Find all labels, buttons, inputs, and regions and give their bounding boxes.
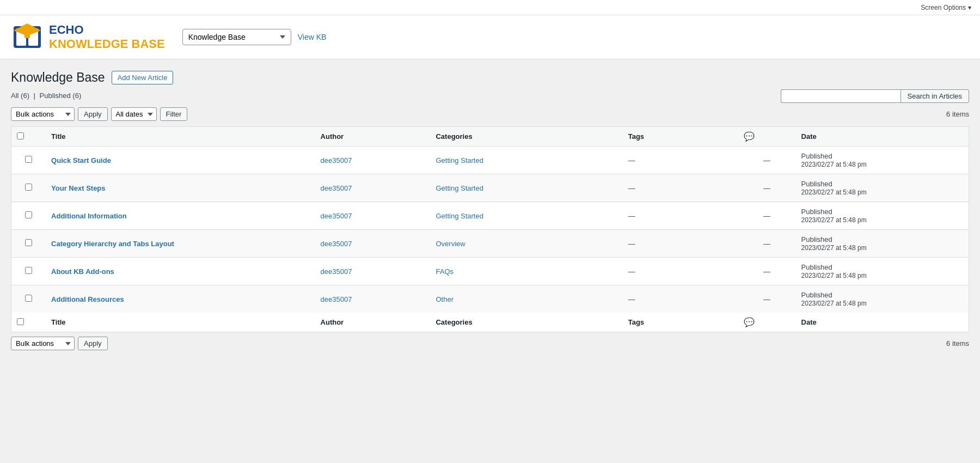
page-title: Knowledge Base — [11, 70, 105, 85]
row-checkbox-0[interactable] — [25, 156, 32, 163]
row-checkbox-2[interactable] — [25, 211, 32, 218]
article-title-link[interactable]: Category Hierarchy and Tabs Layout — [51, 240, 174, 248]
tf-title: Title — [46, 313, 315, 332]
comments-value: — — [763, 156, 770, 165]
article-title-link[interactable]: Your Next Steps — [51, 184, 105, 192]
row-comments-cell: — — [738, 174, 796, 202]
row-categories-cell: Getting Started — [430, 174, 622, 202]
th-date: Date — [796, 127, 969, 147]
row-title-cell: Additional Resources — [46, 285, 315, 313]
all-filter-link[interactable]: All (6) — [11, 92, 29, 100]
table-controls-bottom: Bulk actions Edit Move to Trash Apply 6 … — [11, 337, 969, 350]
category-link[interactable]: Getting Started — [436, 156, 483, 165]
table-footer-row: Title Author Categories Tags 💬 Date — [11, 313, 969, 332]
date-status: Published — [801, 152, 832, 160]
row-checkbox-3[interactable] — [25, 239, 32, 246]
author-link[interactable]: dee35007 — [321, 267, 352, 276]
bulk-actions-select-bottom[interactable]: Bulk actions Edit Move to Trash — [11, 337, 75, 350]
row-date-cell: Published 2023/02/27 at 5:48 pm — [796, 174, 969, 202]
screen-options-button[interactable]: Screen Options ▾ — [921, 4, 971, 11]
th-author: Author — [315, 127, 431, 147]
select-all-checkbox-footer[interactable] — [17, 318, 24, 325]
articles-table: Title Author Categories Tags 💬 Date Quic… — [11, 126, 969, 332]
category-link[interactable]: Other — [436, 295, 454, 303]
row-checkbox-cell — [11, 230, 46, 258]
row-checkbox-cell — [11, 174, 46, 202]
logo-icon — [11, 21, 44, 53]
row-categories-cell: Getting Started — [430, 147, 622, 174]
screen-options-label: Screen Options — [921, 4, 966, 11]
category-link[interactable]: Getting Started — [436, 184, 483, 192]
row-checkbox-5[interactable] — [25, 295, 32, 302]
page-header-left: Knowledge Base Add New Article All (6) |… — [11, 70, 173, 103]
row-comments-cell: — — [738, 258, 796, 285]
author-link[interactable]: dee35007 — [321, 212, 352, 220]
tags-value: — — [628, 212, 635, 220]
select-all-footer — [11, 313, 46, 332]
author-link[interactable]: dee35007 — [321, 184, 352, 192]
tf-date: Date — [796, 313, 969, 332]
apply-button-top[interactable]: Apply — [78, 107, 108, 121]
th-comments: 💬 — [738, 127, 796, 147]
date-status: Published — [801, 235, 832, 243]
tags-value: — — [628, 267, 635, 276]
date-value: 2023/02/27 at 5:48 pm — [801, 161, 867, 168]
row-comments-cell: — — [738, 147, 796, 174]
row-checkbox-1[interactable] — [25, 184, 32, 191]
article-title-link[interactable]: Quick Start Guide — [51, 156, 111, 165]
article-title-link[interactable]: About KB Add-ons — [51, 267, 114, 276]
comments-value: — — [763, 295, 770, 303]
row-author-cell: dee35007 — [315, 230, 431, 258]
row-comments-cell: — — [738, 285, 796, 313]
row-date-cell: Published 2023/02/27 at 5:48 pm — [796, 230, 969, 258]
select-all-checkbox[interactable] — [17, 132, 24, 139]
row-checkbox-cell — [11, 258, 46, 285]
controls-left-bottom: Bulk actions Edit Move to Trash Apply — [11, 337, 108, 350]
date-status: Published — [801, 208, 832, 216]
th-tags: Tags — [623, 127, 738, 147]
row-tags-cell: — — [623, 202, 738, 230]
comments-value: — — [763, 184, 770, 192]
tf-author: Author — [315, 313, 431, 332]
row-tags-cell: — — [623, 147, 738, 174]
row-checkbox-4[interactable] — [25, 267, 32, 274]
table-row: About KB Add-ons dee35007 FAQs — — Publi… — [11, 258, 969, 285]
bulk-actions-select-top[interactable]: Bulk actions Edit Move to Trash — [11, 107, 75, 121]
author-link[interactable]: dee35007 — [321, 240, 352, 248]
row-author-cell: dee35007 — [315, 258, 431, 285]
category-link[interactable]: Overview — [436, 240, 465, 248]
row-author-cell: dee35007 — [315, 285, 431, 313]
view-kb-link[interactable]: View KB — [298, 33, 327, 41]
author-link[interactable]: dee35007 — [321, 295, 352, 303]
filter-button[interactable]: Filter — [160, 107, 188, 121]
kb-dropdown[interactable]: Knowledge Base — [182, 29, 291, 45]
th-title: Title — [46, 127, 315, 147]
tags-value: — — [628, 295, 635, 303]
table-row: Additional Information dee35007 Getting … — [11, 202, 969, 230]
row-tags-cell: — — [623, 285, 738, 313]
row-categories-cell: Other — [430, 285, 622, 313]
search-area: Search in Articles — [781, 89, 969, 103]
comments-value: — — [763, 267, 770, 276]
search-in-articles-button[interactable]: Search in Articles — [901, 89, 969, 103]
search-input[interactable] — [781, 89, 901, 103]
items-count-top: 6 items — [946, 110, 969, 118]
logo-text: ECHO KNOWLEDGE BASE — [49, 23, 165, 51]
date-value: 2023/02/27 at 5:48 pm — [801, 188, 867, 196]
dates-filter-select[interactable]: All dates — [111, 107, 157, 121]
article-title-link[interactable]: Additional Information — [51, 212, 127, 220]
row-checkbox-cell — [11, 147, 46, 174]
published-filter-link[interactable]: Published (6) — [40, 92, 82, 100]
apply-button-bottom[interactable]: Apply — [78, 337, 108, 350]
tags-value: — — [628, 240, 635, 248]
author-link[interactable]: dee35007 — [321, 156, 352, 165]
tf-comments: 💬 — [738, 313, 796, 332]
category-link[interactable]: Getting Started — [436, 212, 483, 220]
article-title-link[interactable]: Additional Resources — [51, 295, 124, 303]
category-link[interactable]: FAQs — [436, 267, 454, 276]
row-comments-cell: — — [738, 230, 796, 258]
page-header: Knowledge Base Add New Article — [11, 70, 173, 85]
comments-value: — — [763, 240, 770, 248]
add-new-article-button[interactable]: Add New Article — [112, 71, 174, 84]
row-author-cell: dee35007 — [315, 202, 431, 230]
